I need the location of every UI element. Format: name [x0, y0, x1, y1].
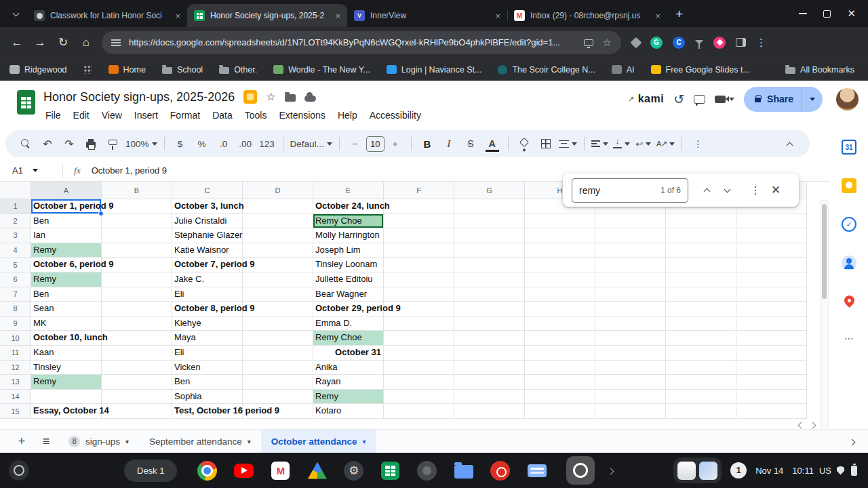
close-window-icon[interactable]: ✕	[847, 7, 856, 20]
cell-K12[interactable]	[736, 361, 807, 375]
red-app-icon[interactable]	[489, 460, 511, 482]
cell-E12[interactable]: Anika	[313, 361, 384, 375]
bookmark-star-icon[interactable]: ☆	[603, 37, 612, 49]
cell-C6[interactable]: Jake C.	[172, 272, 243, 287]
percent-button[interactable]: %	[193, 134, 211, 153]
cell-I8[interactable]	[595, 302, 666, 317]
sheet-tab-sign-ups[interactable]: 8sign-ups▾	[58, 430, 139, 453]
screenshot-thumbnail[interactable]	[677, 462, 696, 480]
cell-A3[interactable]: Ian	[31, 228, 102, 243]
menu-extensions[interactable]: Extensions	[273, 108, 331, 123]
cell-G11[interactable]	[454, 346, 525, 361]
cell-B10[interactable]	[102, 331, 172, 346]
row-header-14[interactable]: 14	[0, 390, 31, 405]
row-header-6[interactable]: 6	[0, 272, 31, 287]
row-header-15[interactable]: 15	[0, 404, 31, 419]
cell-H5[interactable]	[525, 258, 595, 272]
cell-J14[interactable]	[666, 390, 736, 405]
cell-C8[interactable]: October 8, period 9	[172, 302, 243, 317]
cell-K4[interactable]	[736, 243, 807, 258]
menu-tools[interactable]: Tools	[239, 108, 273, 123]
cell-A11[interactable]: Kaan	[31, 346, 102, 361]
cell-B6[interactable]	[102, 272, 172, 287]
bookmark-item[interactable]: Free Google Slides t...	[651, 65, 750, 75]
cell-K11[interactable]	[736, 346, 807, 361]
cell-C4[interactable]: Katie Waisnor	[172, 243, 243, 258]
comments-icon[interactable]	[694, 95, 705, 104]
cell-H9[interactable]	[525, 317, 595, 331]
launcher-button[interactable]	[9, 460, 29, 481]
menu-edit[interactable]: Edit	[67, 108, 96, 123]
cell-J9[interactable]	[666, 317, 736, 331]
cell-K3[interactable]	[736, 228, 807, 243]
cell-G4[interactable]	[454, 243, 525, 258]
cell-F5[interactable]	[384, 258, 454, 272]
cell-E4[interactable]: Joseph Lim	[313, 243, 384, 258]
browser-tab[interactable]: Inbox (29) - 08rchoe@rpsnj.us×	[507, 4, 667, 27]
kami-extension-icon[interactable]	[713, 37, 726, 49]
menu-accessibility[interactable]: Accessibility	[363, 108, 427, 123]
cell-G7[interactable]	[454, 287, 525, 302]
cell-D9[interactable]	[243, 317, 313, 331]
cell-H12[interactable]	[525, 361, 595, 375]
cell-J7[interactable]	[666, 287, 736, 302]
cell-H10[interactable]	[525, 331, 595, 346]
cell-C5[interactable]: October 7, period 9	[172, 258, 243, 272]
number-format-button[interactable]: 123	[258, 134, 276, 153]
cell-C15[interactable]: Test, October 16 period 9	[172, 404, 243, 419]
chrome-icon[interactable]	[196, 460, 218, 482]
cell-E9[interactable]: Emma D.	[313, 317, 384, 331]
undo-button[interactable]: ↶	[39, 134, 56, 153]
cell-I7[interactable]	[595, 287, 666, 302]
shelf-overflow-icon[interactable]	[608, 465, 613, 476]
cell-F14[interactable]	[384, 390, 454, 405]
cell-H6[interactable]	[525, 272, 595, 287]
cell-H2[interactable]	[525, 214, 595, 229]
cell-I3[interactable]	[595, 228, 666, 243]
zoom-select[interactable]: 100%	[125, 134, 157, 153]
cell-B8[interactable]	[102, 302, 172, 317]
cell-I4[interactable]	[595, 243, 666, 258]
side-panel-toggle[interactable]	[850, 435, 854, 447]
font-select[interactable]: Defaul...	[290, 134, 332, 153]
sheet-tab-september-attendance[interactable]: September attendance▾	[139, 430, 261, 453]
browser-tab[interactable]: Honor Society sign-ups, 2025-2×	[187, 4, 347, 27]
gmail-icon[interactable]: M	[269, 460, 292, 482]
row-header-3[interactable]: 3	[0, 228, 31, 243]
cell-C9[interactable]: Kiehye	[172, 317, 243, 331]
omnibox[interactable]: https://docs.google.com/spreadsheets/d/1…	[102, 31, 621, 54]
text-rotate-button[interactable]: A↗	[656, 134, 675, 153]
menu-insert[interactable]: Insert	[128, 108, 164, 123]
cell-G12[interactable]	[454, 361, 525, 375]
column-header-E[interactable]: E	[313, 182, 384, 199]
send-to-device-icon[interactable]	[584, 39, 593, 46]
cell-G5[interactable]	[454, 258, 525, 272]
currency-button[interactable]: $	[172, 134, 189, 153]
formula-input[interactable]: October 1, period 9	[92, 165, 167, 176]
bold-button[interactable]: B	[418, 134, 436, 153]
name-box[interactable]: A1	[0, 165, 62, 176]
cell-F12[interactable]	[384, 361, 454, 375]
cell-A4[interactable]: Remy	[31, 243, 102, 258]
column-header-D[interactable]: D	[243, 182, 313, 199]
cell-E2[interactable]: Remy Choe	[313, 214, 384, 229]
cell-B3[interactable]	[102, 228, 172, 243]
cell-K15[interactable]	[736, 404, 807, 419]
tab-close-icon[interactable]: ×	[655, 11, 660, 21]
cell-H11[interactable]	[525, 346, 595, 361]
calendar-icon[interactable]: 31	[842, 140, 856, 155]
cell-K13[interactable]	[736, 375, 807, 390]
fill-handle[interactable]	[98, 211, 104, 216]
cell-H3[interactable]	[525, 228, 595, 243]
cell-A6[interactable]: Remy	[31, 272, 102, 287]
refresh-button[interactable]: ↻	[52, 31, 75, 54]
cell-C7[interactable]: Eli	[172, 287, 243, 302]
cell-J15[interactable]	[666, 404, 736, 419]
cell-B7[interactable]	[102, 287, 172, 302]
share-button[interactable]: Share	[744, 87, 823, 112]
cell-F10[interactable]	[384, 331, 454, 346]
cell-G2[interactable]	[454, 214, 525, 229]
bookmark-item[interactable]: All Bookmarks	[785, 65, 854, 75]
bookmark-item[interactable]	[83, 65, 92, 74]
column-header-F[interactable]: F	[384, 182, 454, 199]
